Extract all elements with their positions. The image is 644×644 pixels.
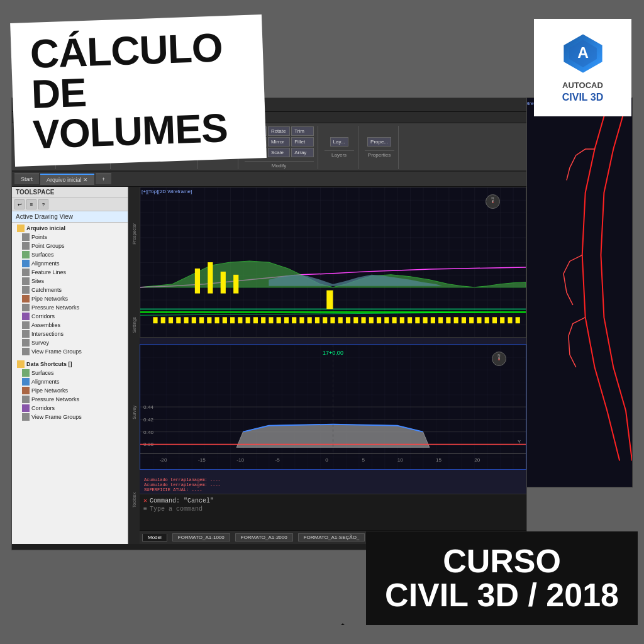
tree-ds-view-frame-groups[interactable]: View Frame Groups <box>12 413 128 421</box>
viewframegroups-icon <box>22 348 30 355</box>
svg-rect-54 <box>438 317 443 323</box>
settings-label: Settings <box>132 314 136 335</box>
svg-rect-34 <box>284 317 289 323</box>
sites-icon <box>22 277 30 285</box>
svg-rect-18 <box>161 317 165 323</box>
svg-rect-44 <box>361 317 365 323</box>
ribbon-btn-fillet[interactable]: Fillet <box>291 137 313 147</box>
svg-rect-57 <box>462 317 466 323</box>
status-tab-model[interactable]: Model <box>142 534 167 541</box>
tree-item-catchments[interactable]: Catchments <box>12 286 128 294</box>
svg-rect-32 <box>269 317 273 323</box>
svg-rect-20 <box>176 317 180 323</box>
svg-text:15: 15 <box>436 457 442 463</box>
svg-rect-12 <box>208 262 213 294</box>
svg-rect-14 <box>233 275 238 294</box>
toolspace-active-view[interactable]: Active Drawing View <box>12 211 128 223</box>
toolspace-tree: Arquivo inicial Points Point Groups Surf… <box>12 223 128 423</box>
tree-item-intersections[interactable]: Intersections <box>12 330 128 338</box>
svg-text:-10: -10 <box>236 457 244 463</box>
svg-rect-39 <box>323 317 327 323</box>
command-input[interactable] <box>150 506 523 513</box>
alignments-icon <box>22 260 30 267</box>
ribbon-btn-properties[interactable]: Prope... <box>367 137 391 147</box>
status-tab-formato-2000[interactable]: FORMATO_A1-2000 <box>235 533 293 541</box>
ts-btn-1[interactable]: ↩ <box>14 199 25 209</box>
ribbon-btn-mirror[interactable]: Mirror <box>268 137 290 147</box>
logo-text: AUTOCAD CIVIL 3D <box>562 80 604 104</box>
svg-rect-58 <box>469 317 474 323</box>
ribbon-btn-array[interactable]: Array <box>291 148 313 157</box>
tree-item-pipe-networks[interactable]: Pipe Networks <box>12 294 128 303</box>
course-line1: CURSO <box>443 543 561 579</box>
cancel-icon: ✕ <box>143 497 147 504</box>
tab-new[interactable]: + <box>96 174 111 184</box>
info-line3: SUPERFICIE ATUAL: ---- <box>144 487 221 492</box>
ribbon-btn-rotate[interactable]: Rotate <box>268 126 290 136</box>
tree-ds-pressure[interactable]: Pressure Networks <box>12 395 128 404</box>
tree-item-feature-lines[interactable]: Feature Lines <box>12 268 128 277</box>
tree-item-sites[interactable]: Sites <box>12 277 128 286</box>
ds-pipe-icon <box>22 387 30 394</box>
svg-rect-13 <box>221 272 226 294</box>
cmd-prompt-icon: ≡ <box>143 506 147 513</box>
course-line2: CIVIL 3D / 2018 <box>385 577 619 613</box>
svg-rect-33 <box>277 317 281 323</box>
corridors-icon <box>22 313 30 320</box>
tree-ds-corridors[interactable]: Corridors <box>12 404 128 413</box>
tab-start[interactable]: Start <box>14 174 39 184</box>
toolspace-header: TOOLSPACE <box>12 187 128 198</box>
volume-info: Acumulado terraplanagem: ---- Acumulado … <box>144 477 221 492</box>
svg-rect-11 <box>195 269 200 294</box>
toolbox-label: Toolbox <box>132 490 136 510</box>
ds-pressure-icon <box>22 396 30 403</box>
title-line2: DE VOLUMES <box>31 70 228 157</box>
tree-item-view-frame-groups[interactable]: View Frame Groups <box>12 347 128 356</box>
tree-item-corridors[interactable]: Corridors <box>12 312 128 321</box>
status-tab-formato-1000[interactable]: FORMATO_A1-1000 <box>172 533 230 541</box>
folder-icon <box>17 225 25 232</box>
logo-brand: AUTOCAD <box>562 80 604 91</box>
status-tab-formato-secao[interactable]: FORMATO_A1-SEÇÃO_ <box>298 533 365 541</box>
tree-item-point-groups[interactable]: Point Groups <box>12 242 128 250</box>
tree-item-survey[interactable]: Survey <box>12 338 128 347</box>
assemblies-icon <box>22 321 30 329</box>
survey-label: Survey <box>132 403 136 422</box>
profile-view: [+][Top][2D Wireframe] N <box>140 187 526 338</box>
ribbon-btn-scale[interactable]: Scale <box>268 148 290 157</box>
tree-item-pressure-networks[interactable]: Pressure Networks <box>12 303 128 312</box>
autocad-logo-icon: A <box>561 31 605 75</box>
svg-rect-29 <box>246 317 250 323</box>
tree-item-points[interactable]: Points <box>12 233 128 242</box>
tab-arquivo[interactable]: Arquivo inicial ✕ <box>40 174 94 185</box>
tree-ds-alignments[interactable]: Alignments <box>12 377 128 386</box>
svg-rect-43 <box>353 317 358 323</box>
svg-text:0.44: 0.44 <box>143 404 153 410</box>
tree-ds-surfaces[interactable]: Surfaces <box>12 369 128 377</box>
svg-text:10: 10 <box>397 457 404 463</box>
tree-ds-pipe-networks[interactable]: Pipe Networks <box>12 386 128 395</box>
ribbon-section-layers: Lay... Layers <box>321 126 358 169</box>
svg-rect-42 <box>346 317 350 323</box>
tree-root[interactable]: Arquivo inicial <box>12 224 128 233</box>
ds-align-icon <box>22 378 30 386</box>
tree-data-shortcuts[interactable]: Data Shortcuts [] <box>12 360 128 369</box>
tree-item-surfaces[interactable]: Surfaces <box>12 250 128 259</box>
svg-rect-45 <box>369 317 374 323</box>
ribbon-btn-layers[interactable]: Lay... <box>330 137 348 147</box>
tree-item-alignments[interactable]: Alignments <box>12 259 128 268</box>
ts-btn-2[interactable]: ≡ <box>26 199 36 209</box>
ribbon-btn-trim[interactable]: Trim <box>291 126 313 136</box>
course-banner: CURSO CIVIL 3D / 2018 <box>366 531 638 625</box>
pressurenetworks-icon <box>22 304 30 311</box>
ts-btn-3[interactable]: ? <box>38 199 48 209</box>
logo-product: CIVIL 3D <box>562 91 604 104</box>
svg-rect-26 <box>223 317 227 323</box>
svg-rect-60 <box>485 317 489 323</box>
tree-item-assemblies[interactable]: Assemblies <box>12 321 128 330</box>
featurelines-icon <box>22 269 30 276</box>
svg-rect-37 <box>308 317 312 323</box>
logo-box: A AUTOCAD CIVIL 3D <box>534 19 631 116</box>
svg-rect-51 <box>415 317 419 323</box>
title-line1: CÁLCULO <box>30 25 223 77</box>
